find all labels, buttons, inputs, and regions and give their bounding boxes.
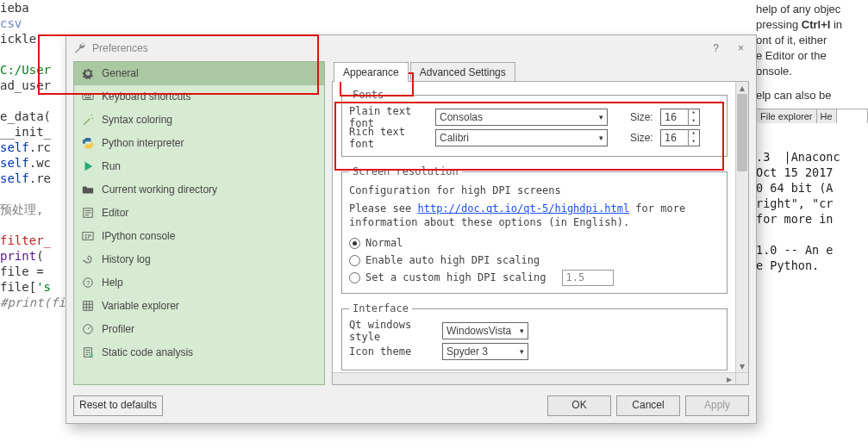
static-icon [81, 345, 95, 359]
category-item-ipython-console[interactable]: IPIPython console [74, 225, 324, 248]
icon-theme-label: Icon theme [349, 345, 435, 358]
fonts-legend: Fonts [349, 89, 387, 101]
help-icon: ? [81, 276, 95, 289]
category-item-editor[interactable]: Editor [74, 202, 324, 225]
svg-rect-3 [88, 95, 89, 96]
ipython-icon: IP [81, 229, 95, 243]
reset-defaults-button[interactable]: Reset to defaults [73, 395, 163, 416]
scroll-down-icon[interactable]: ▾ [736, 360, 748, 372]
tab-help[interactable]: He [817, 109, 837, 123]
tab-advanced-settings[interactable]: Advanced Settings [410, 62, 515, 82]
history-icon [81, 252, 95, 266]
profiler-icon [81, 322, 95, 336]
rich-font-label: Rich text font [349, 126, 428, 150]
category-label: Profiler [102, 323, 134, 335]
rich-font-size-label: Size: [630, 132, 653, 144]
screen-legend: Screen resolution [349, 165, 462, 177]
apply-button[interactable]: Apply [685, 395, 749, 416]
ok-button[interactable]: OK [547, 395, 611, 416]
tab-strip: Appearance Advanced Settings [332, 61, 749, 82]
chevron-down-icon: ▾ [520, 327, 524, 335]
python-icon [81, 136, 95, 150]
svg-rect-4 [90, 95, 91, 96]
screen-desc: Configuration for high DPI screens [349, 184, 720, 196]
scroll-up-icon[interactable]: ▴ [736, 82, 748, 94]
category-label: Current working directory [102, 184, 217, 196]
svg-text:IP: IP [84, 233, 91, 240]
keyboard-icon [81, 90, 95, 103]
svg-rect-1 [84, 95, 85, 96]
icon-theme-select[interactable]: Spyder 3 ▾ [442, 343, 528, 360]
qt-style-select[interactable]: WindowsVista ▾ [442, 322, 528, 339]
category-item-help[interactable]: ?Help [74, 271, 324, 295]
help-tabs: File explorer He [756, 109, 868, 123]
tab-appearance[interactable]: Appearance [334, 62, 409, 82]
cancel-button[interactable]: Cancel [616, 395, 680, 416]
category-label: Run [102, 160, 121, 172]
gear-icon [81, 66, 95, 80]
category-list[interactable]: GeneralKeyboard shortcutsSyntax coloring… [74, 62, 324, 384]
settings-pane: Appearance Advanced Settings Fonts Plain… [332, 61, 749, 385]
help-text: help of any objec pressing Ctrl+I in ont… [756, 2, 868, 103]
help-pane: help of any objec pressing Ctrl+I in ont… [752, 0, 868, 273]
radio-auto-dpi[interactable]: Enable auto high DPI scaling [349, 252, 720, 269]
svg-rect-5 [85, 97, 91, 98]
category-item-syntax-coloring[interactable]: Syntax coloring [74, 109, 324, 132]
table-icon [81, 299, 95, 313]
dialog-footer: Reset to defaults OK Cancel Apply [66, 392, 756, 423]
tab-content-appearance: Fonts Plain text font Consolas ▾ Size: [333, 82, 748, 384]
plain-font-size-label: Size: [630, 111, 653, 123]
highdpi-link[interactable]: http://doc.qt.io/qt-5/highdpi.html [417, 202, 629, 215]
category-item-history-log[interactable]: History log [74, 248, 324, 271]
svg-rect-0 [83, 94, 93, 100]
dialog-titlebar[interactable]: Preferences ? × [66, 35, 756, 61]
horizontal-scrollbar[interactable]: ▸ [333, 372, 735, 384]
radio-custom-dpi[interactable]: Set a custom high DPI scaling 1.5 [349, 269, 720, 286]
screen-desc2: Please see http://doc.qt.io/qt-5/highdpi… [349, 202, 720, 229]
scroll-right-icon[interactable]: ▸ [723, 373, 735, 384]
vertical-scrollbar[interactable]: ▴ ▾ [735, 82, 748, 372]
category-label: Python interpreter [102, 137, 184, 149]
rich-font-size-spinner[interactable]: 16 ▴▾ [660, 129, 700, 146]
editor-icon [81, 206, 95, 220]
category-label: Syntax coloring [102, 114, 172, 126]
qt-style-label: Qt windows style [349, 319, 435, 343]
category-item-variable-explorer[interactable]: Variable explorer [74, 295, 324, 318]
tab-file-explorer[interactable]: File explorer [757, 109, 817, 123]
preferences-dialog: Preferences ? × GeneralKeyboard shortcut… [66, 34, 757, 424]
custom-dpi-input[interactable]: 1.5 [562, 270, 614, 286]
rich-font-select[interactable]: Calibri ▾ [435, 129, 608, 146]
plain-font-size-spinner[interactable]: 16 ▴▾ [660, 109, 700, 126]
category-label: Help [102, 277, 123, 289]
category-item-static-code-analysis[interactable]: Static code analysis [74, 341, 324, 364]
screen-resolution-group: Screen resolution Configuration for high… [341, 165, 727, 294]
scroll-thumb[interactable] [737, 94, 747, 171]
dialog-close-button[interactable]: × [733, 39, 749, 58]
svg-rect-11 [84, 302, 93, 311]
category-item-current-working-directory[interactable]: Current working directory [74, 178, 324, 202]
play-icon [81, 159, 95, 173]
dialog-title: Preferences [92, 42, 148, 54]
category-item-general[interactable]: General [74, 62, 324, 85]
plain-font-select[interactable]: Consolas ▾ [435, 109, 608, 126]
category-label: Editor [102, 207, 128, 219]
interface-group: Interface Qt windows style WindowsVista … [341, 302, 727, 370]
console-output: .3 |Anaconc Oct 15 2017 0 64 bit (A righ… [756, 149, 868, 273]
svg-text:?: ? [86, 280, 90, 286]
category-label: History log [102, 253, 151, 265]
category-item-run[interactable]: Run [74, 155, 324, 178]
chevron-down-icon: ▾ [599, 134, 603, 142]
chevron-down-icon: ▾ [599, 113, 603, 121]
category-item-python-interpreter[interactable]: Python interpreter [74, 132, 324, 155]
interface-legend: Interface [349, 302, 412, 314]
category-label: Keyboard shortcuts [102, 90, 190, 103]
category-label: General [102, 67, 139, 79]
category-label: IPython console [102, 230, 175, 242]
folder-icon [81, 183, 95, 196]
radio-normal[interactable]: Normal [349, 234, 720, 252]
category-label: Static code analysis [102, 346, 193, 358]
category-item-profiler[interactable]: Profiler [74, 318, 324, 341]
category-item-keyboard-shortcuts[interactable]: Keyboard shortcuts [74, 85, 324, 109]
wrench-icon [73, 42, 85, 54]
dialog-help-button[interactable]: ? [708, 39, 724, 58]
